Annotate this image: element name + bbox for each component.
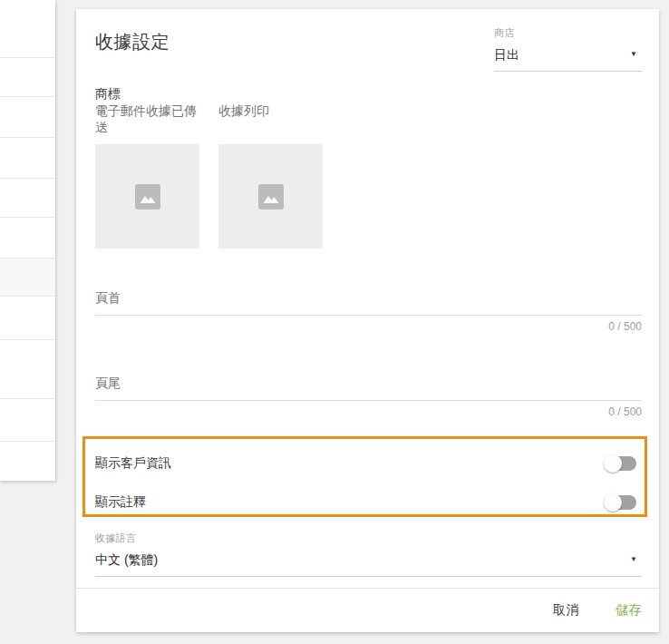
receipt-header-label: 頁首	[95, 290, 642, 307]
sidebar-list-item[interactable]	[0, 97, 55, 138]
show-customer-info-label: 顯示客戶資訊	[95, 455, 171, 472]
receipt-footer-field: 頁尾 0 / 500	[95, 376, 642, 418]
receipt-header-counter: 0 / 500	[95, 320, 642, 333]
email-receipt-logo-upload: 電子郵件收據已傳送	[95, 102, 199, 249]
receipt-settings-card: 收據設定 商店 日出 ▼ 商標 電子郵件收據已傳送 收據列印 頁首	[76, 9, 659, 632]
receipt-footer-label: 頁尾	[95, 376, 642, 392]
sidebar-list-item-selected[interactable]	[0, 259, 55, 297]
receipt-footer-counter: 0 / 500	[95, 405, 642, 418]
sidebar-list-item[interactable]	[0, 442, 55, 481]
receipt-footer-input[interactable]	[95, 392, 642, 401]
store-select-value: 日出	[494, 47, 519, 62]
sidebar-list	[0, 0, 55, 481]
toggle-knob	[604, 454, 622, 473]
show-customer-info-toggle[interactable]	[606, 456, 636, 471]
show-notes-toggle[interactable]	[606, 495, 636, 510]
cancel-button[interactable]: 取消	[551, 599, 581, 622]
show-customer-info-row: 顯示客戶資訊	[95, 451, 636, 476]
upload-label: 電子郵件收據已傳送	[95, 102, 199, 141]
highlighted-toggle-group: 顯示客戶資訊 顯示註釋	[82, 436, 647, 517]
sidebar-list-item[interactable]	[0, 297, 55, 340]
footer-actions: 取消 儲存	[76, 588, 659, 632]
sidebar-list-item[interactable]	[0, 58, 55, 97]
image-placeholder-icon	[258, 184, 284, 210]
show-notes-label: 顯示註釋	[95, 494, 146, 511]
receipt-language-label: 收據語言	[95, 532, 642, 545]
chevron-down-icon: ▼	[630, 50, 637, 58]
logo-section-label: 商標	[95, 86, 121, 102]
toggle-knob	[604, 493, 622, 512]
chevron-down-icon: ▼	[630, 555, 637, 563]
sidebar-list-item[interactable]	[0, 138, 55, 179]
sidebar-list-item[interactable]	[0, 0, 55, 58]
sidebar-list-item[interactable]	[0, 218, 55, 259]
store-select[interactable]: 商店 日出 ▼	[494, 26, 642, 72]
show-notes-row: 顯示註釋	[95, 490, 636, 515]
sidebar-list-item[interactable]	[0, 399, 55, 442]
page-title: 收據設定	[95, 30, 170, 54]
store-select-label: 商店	[494, 26, 642, 40]
receipt-header-input[interactable]	[95, 307, 642, 316]
upload-label: 收據列印	[218, 102, 323, 141]
receipt-header-field: 頁首 0 / 500	[95, 290, 642, 333]
printed-receipt-logo-upload: 收據列印	[218, 102, 323, 249]
image-placeholder-icon	[135, 184, 160, 210]
printed-receipt-logo-dropzone[interactable]	[218, 144, 323, 249]
email-receipt-logo-dropzone[interactable]	[95, 144, 199, 249]
sidebar-list-item[interactable]	[0, 340, 55, 399]
save-button[interactable]: 儲存	[614, 599, 644, 622]
sidebar-list-item[interactable]	[0, 179, 55, 218]
receipt-language-select[interactable]: 收據語言 中文 (繁體) ▼	[95, 532, 642, 577]
receipt-language-value: 中文 (繁體)	[95, 552, 158, 567]
